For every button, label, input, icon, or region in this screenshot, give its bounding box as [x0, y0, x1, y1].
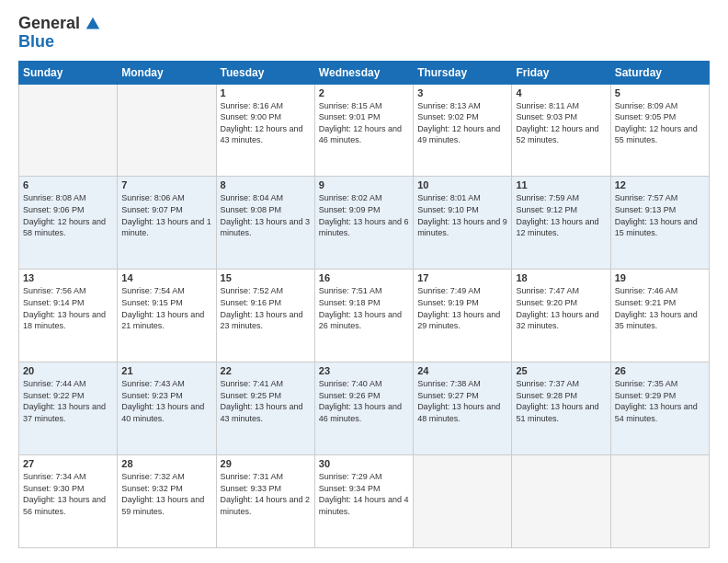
calendar-cell: 10Sunrise: 8:01 AM Sunset: 9:10 PM Dayli…	[414, 177, 512, 270]
logo-icon	[85, 16, 101, 32]
calendar-cell: 22Sunrise: 7:41 AM Sunset: 9:25 PM Dayli…	[216, 362, 314, 455]
calendar-cell: 24Sunrise: 7:38 AM Sunset: 9:27 PM Dayli…	[414, 362, 512, 455]
calendar-cell: 30Sunrise: 7:29 AM Sunset: 9:34 PM Dayli…	[314, 455, 413, 548]
weekday-header-sunday: Sunday	[19, 61, 118, 84]
day-info: Sunrise: 8:01 AM Sunset: 9:10 PM Dayligh…	[417, 192, 507, 238]
calendar-cell	[512, 455, 610, 548]
day-info: Sunrise: 7:38 AM Sunset: 9:27 PM Dayligh…	[417, 378, 507, 424]
day-number: 26	[615, 365, 705, 376]
day-info: Sunrise: 7:52 AM Sunset: 9:16 PM Dayligh…	[221, 285, 311, 331]
day-number: 9	[319, 179, 409, 190]
day-info: Sunrise: 7:35 AM Sunset: 9:29 PM Dayligh…	[615, 378, 705, 424]
calendar-cell: 14Sunrise: 7:54 AM Sunset: 9:15 PM Dayli…	[118, 270, 216, 362]
day-info: Sunrise: 7:56 AM Sunset: 9:14 PM Dayligh…	[23, 285, 113, 331]
day-info: Sunrise: 7:29 AM Sunset: 9:34 PM Dayligh…	[319, 471, 409, 517]
day-info: Sunrise: 7:59 AM Sunset: 9:12 PM Dayligh…	[516, 192, 606, 238]
day-number: 2	[319, 87, 409, 98]
calendar-cell: 17Sunrise: 7:49 AM Sunset: 9:19 PM Dayli…	[414, 270, 512, 362]
calendar-cell: 11Sunrise: 7:59 AM Sunset: 9:12 PM Dayli…	[512, 177, 610, 270]
day-number: 3	[417, 87, 507, 98]
weekday-header-thursday: Thursday	[414, 61, 512, 84]
calendar-cell: 3Sunrise: 8:13 AM Sunset: 9:02 PM Daylig…	[414, 84, 512, 177]
day-number: 25	[516, 365, 606, 376]
calendar-cell: 15Sunrise: 7:52 AM Sunset: 9:16 PM Dayli…	[216, 270, 314, 362]
calendar-cell: 26Sunrise: 7:35 AM Sunset: 9:29 PM Dayli…	[610, 362, 709, 455]
day-number: 12	[615, 179, 705, 190]
calendar-cell: 9Sunrise: 8:02 AM Sunset: 9:09 PM Daylig…	[314, 177, 413, 270]
day-number: 15	[221, 272, 311, 283]
calendar-cell: 25Sunrise: 7:37 AM Sunset: 9:28 PM Dayli…	[512, 362, 610, 455]
weekday-header-monday: Monday	[118, 61, 216, 84]
day-info: Sunrise: 7:54 AM Sunset: 9:15 PM Dayligh…	[121, 285, 211, 331]
header: General Blue	[18, 15, 710, 52]
calendar-cell: 13Sunrise: 7:56 AM Sunset: 9:14 PM Dayli…	[19, 270, 118, 362]
day-number: 7	[121, 179, 211, 190]
day-info: Sunrise: 7:43 AM Sunset: 9:23 PM Dayligh…	[121, 378, 211, 424]
week-row-5: 27Sunrise: 7:34 AM Sunset: 9:30 PM Dayli…	[19, 455, 710, 548]
calendar-cell: 2Sunrise: 8:15 AM Sunset: 9:01 PM Daylig…	[314, 84, 413, 177]
calendar-cell: 7Sunrise: 8:06 AM Sunset: 9:07 PM Daylig…	[118, 177, 216, 270]
day-info: Sunrise: 7:34 AM Sunset: 9:30 PM Dayligh…	[23, 471, 113, 517]
week-row-3: 13Sunrise: 7:56 AM Sunset: 9:14 PM Dayli…	[19, 270, 710, 362]
day-number: 22	[221, 365, 311, 376]
day-info: Sunrise: 7:44 AM Sunset: 9:22 PM Dayligh…	[23, 378, 113, 424]
week-row-1: 1Sunrise: 8:16 AM Sunset: 9:00 PM Daylig…	[19, 84, 710, 177]
weekday-header-saturday: Saturday	[610, 61, 709, 84]
day-info: Sunrise: 8:06 AM Sunset: 9:07 PM Dayligh…	[121, 192, 211, 238]
calendar-cell: 23Sunrise: 7:40 AM Sunset: 9:26 PM Dayli…	[314, 362, 413, 455]
day-number: 19	[615, 272, 705, 283]
calendar-cell: 6Sunrise: 8:08 AM Sunset: 9:06 PM Daylig…	[19, 177, 118, 270]
day-info: Sunrise: 7:49 AM Sunset: 9:19 PM Dayligh…	[417, 285, 507, 331]
page: General Blue SundayMondayTuesdayWednesda…	[0, 0, 728, 563]
day-number: 20	[23, 365, 113, 376]
day-number: 11	[516, 179, 606, 190]
calendar-table: SundayMondayTuesdayWednesdayThursdayFrid…	[18, 61, 710, 548]
day-info: Sunrise: 8:09 AM Sunset: 9:05 PM Dayligh…	[615, 100, 705, 146]
calendar-cell: 1Sunrise: 8:16 AM Sunset: 9:00 PM Daylig…	[216, 84, 314, 177]
day-number: 27	[23, 458, 113, 469]
day-number: 28	[121, 458, 211, 469]
day-number: 13	[23, 272, 113, 283]
day-info: Sunrise: 7:40 AM Sunset: 9:26 PM Dayligh…	[319, 378, 409, 424]
day-info: Sunrise: 7:31 AM Sunset: 9:33 PM Dayligh…	[221, 471, 311, 517]
weekday-header-row: SundayMondayTuesdayWednesdayThursdayFrid…	[19, 61, 710, 84]
day-number: 6	[23, 179, 113, 190]
day-number: 14	[121, 272, 211, 283]
svg-marker-0	[86, 17, 99, 29]
calendar-cell: 29Sunrise: 7:31 AM Sunset: 9:33 PM Dayli…	[216, 455, 314, 548]
day-number: 29	[221, 458, 311, 469]
calendar-cell: 21Sunrise: 7:43 AM Sunset: 9:23 PM Dayli…	[118, 362, 216, 455]
day-number: 5	[615, 87, 705, 98]
calendar-cell: 4Sunrise: 8:11 AM Sunset: 9:03 PM Daylig…	[512, 84, 610, 177]
day-number: 8	[221, 179, 311, 190]
calendar-cell: 5Sunrise: 8:09 AM Sunset: 9:05 PM Daylig…	[610, 84, 709, 177]
day-number: 24	[417, 365, 507, 376]
day-number: 1	[221, 87, 311, 98]
day-info: Sunrise: 8:11 AM Sunset: 9:03 PM Dayligh…	[516, 100, 606, 146]
week-row-2: 6Sunrise: 8:08 AM Sunset: 9:06 PM Daylig…	[19, 177, 710, 270]
day-info: Sunrise: 7:57 AM Sunset: 9:13 PM Dayligh…	[615, 192, 705, 238]
calendar-cell	[118, 84, 216, 177]
day-number: 23	[319, 365, 409, 376]
calendar-cell: 20Sunrise: 7:44 AM Sunset: 9:22 PM Dayli…	[19, 362, 118, 455]
day-number: 16	[319, 272, 409, 283]
calendar-cell: 8Sunrise: 8:04 AM Sunset: 9:08 PM Daylig…	[216, 177, 314, 270]
calendar-cell: 27Sunrise: 7:34 AM Sunset: 9:30 PM Dayli…	[19, 455, 118, 548]
day-info: Sunrise: 8:08 AM Sunset: 9:06 PM Dayligh…	[23, 192, 113, 238]
day-info: Sunrise: 7:47 AM Sunset: 9:20 PM Dayligh…	[516, 285, 606, 331]
calendar-cell: 12Sunrise: 7:57 AM Sunset: 9:13 PM Dayli…	[610, 177, 709, 270]
logo-text: General Blue	[18, 15, 101, 52]
day-number: 4	[516, 87, 606, 98]
day-number: 18	[516, 272, 606, 283]
week-row-4: 20Sunrise: 7:44 AM Sunset: 9:22 PM Dayli…	[19, 362, 710, 455]
calendar-cell: 18Sunrise: 7:47 AM Sunset: 9:20 PM Dayli…	[512, 270, 610, 362]
day-number: 10	[417, 179, 507, 190]
calendar-cell	[19, 84, 118, 177]
calendar-cell: 16Sunrise: 7:51 AM Sunset: 9:18 PM Dayli…	[314, 270, 413, 362]
day-info: Sunrise: 8:04 AM Sunset: 9:08 PM Dayligh…	[221, 192, 311, 238]
day-number: 17	[417, 272, 507, 283]
calendar-cell: 28Sunrise: 7:32 AM Sunset: 9:32 PM Dayli…	[118, 455, 216, 548]
calendar-cell	[610, 455, 709, 548]
weekday-header-wednesday: Wednesday	[314, 61, 413, 84]
day-info: Sunrise: 8:15 AM Sunset: 9:01 PM Dayligh…	[319, 100, 409, 146]
